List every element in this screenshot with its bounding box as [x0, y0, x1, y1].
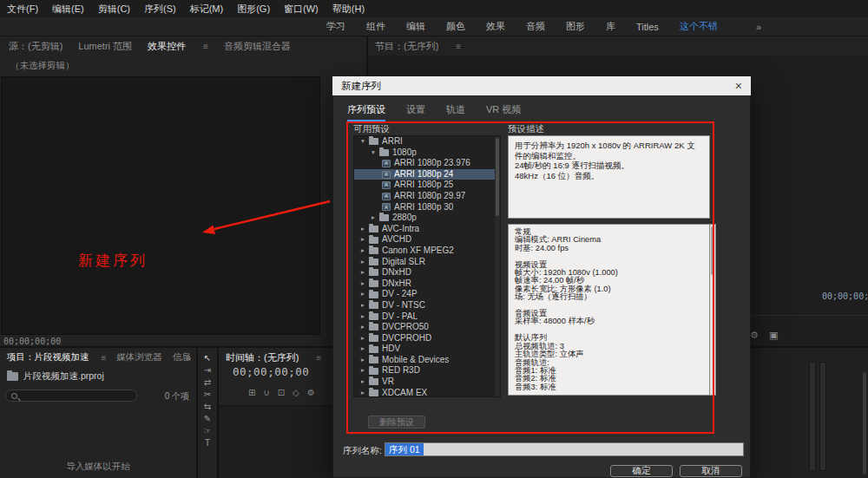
preset-folder[interactable]: VR	[354, 377, 500, 388]
pen-tool-icon[interactable]: ✎	[204, 414, 211, 423]
ok-button[interactable]: 确定	[610, 465, 673, 477]
preset-item[interactable]: ARRI 1080p 29.97	[354, 191, 500, 202]
preset-folder[interactable]: XDCAM EX	[354, 388, 500, 397]
preset-folder[interactable]: DV - PAL	[354, 311, 500, 323]
menu-sequence[interactable]: 序列(S)	[144, 3, 176, 16]
track-select-tool-icon[interactable]: ⇥	[204, 365, 211, 375]
preset-folder[interactable]: DV - NTSC	[354, 300, 500, 311]
preset-folder[interactable]: Canon XF MPEG2	[354, 246, 500, 257]
tab-audio-clip-mixer[interactable]: 音频剪辑混合器	[224, 40, 291, 53]
preset-details-scrollbar[interactable]	[710, 224, 716, 396]
menu-edit[interactable]: 编辑(E)	[52, 3, 84, 16]
preset-folder[interactable]: DNxHD	[354, 267, 500, 278]
menu-window[interactable]: 窗口(W)	[284, 3, 319, 16]
selection-tool-icon[interactable]: ↖	[204, 353, 211, 363]
chevron-right-icon[interactable]	[358, 224, 367, 235]
preset-folder[interactable]: Mobile & Devices	[354, 355, 500, 366]
tab-tracks[interactable]: 轨道	[446, 103, 465, 121]
chevron-right-icon[interactable]	[358, 278, 367, 290]
workspace-tab-libraries[interactable]: 库	[606, 20, 615, 33]
project-file-row[interactable]: 片段视频加速.prproj	[7, 370, 104, 383]
chevron-right-icon[interactable]	[358, 311, 367, 323]
workspace-tab-editing[interactable]: 编辑	[406, 20, 425, 33]
preset-folder[interactable]: 1080p	[354, 147, 500, 159]
preset-folder[interactable]: AVC-Intra	[354, 224, 500, 235]
nest-icon[interactable]: ⊞	[248, 388, 255, 397]
export-frame-icon[interactable]: ▣	[769, 330, 778, 341]
menu-file[interactable]: 文件(F)	[7, 3, 38, 16]
tab-vr-video[interactable]: VR 视频	[486, 103, 521, 121]
menu-marker[interactable]: 标记(M)	[190, 3, 224, 16]
chevron-down-icon[interactable]	[358, 136, 367, 147]
slip-tool-icon[interactable]: ⇆	[204, 402, 211, 411]
search-input[interactable]	[5, 390, 137, 402]
ripple-edit-tool-icon[interactable]: ⇄	[204, 377, 211, 387]
workspace-tab-effects[interactable]: 效果	[486, 20, 505, 33]
workspace-tab-titles[interactable]: Titles	[636, 22, 659, 32]
tab-media-browser[interactable]: 媒体浏览器	[116, 351, 162, 363]
timeline-scrollbar[interactable]	[863, 372, 866, 475]
workspace-tab-learn[interactable]: 学习	[326, 20, 345, 33]
settings-wrench-icon[interactable]: ⚙	[750, 330, 759, 341]
preset-folder[interactable]: DNxHR	[354, 278, 500, 290]
tab-effect-controls[interactable]: 效果控件	[148, 40, 186, 53]
panel-menu-icon[interactable]: ≡	[316, 353, 321, 363]
preset-folder[interactable]: ARRI	[354, 136, 500, 147]
tab-source-monitor[interactable]: 源：(无剪辑)	[9, 40, 62, 53]
chevron-right-icon[interactable]	[369, 213, 378, 224]
menu-graphics[interactable]: 图形(G)	[237, 3, 270, 16]
chevron-right-icon[interactable]	[358, 234, 367, 246]
preset-folder[interactable]: DVCPROHD	[354, 333, 500, 344]
panel-menu-icon[interactable]: ≡	[203, 42, 208, 51]
preset-folder[interactable]: 2880p	[354, 213, 500, 224]
preset-folder[interactable]: DV - 24P	[354, 289, 500, 300]
sequence-name-input[interactable]: 序列 01	[385, 442, 744, 456]
tab-timeline[interactable]: 时间轴：(无序列)	[226, 351, 299, 364]
panel-menu-icon[interactable]: ≡	[102, 353, 107, 363]
tab-sequence-presets[interactable]: 序列预设	[347, 103, 385, 121]
preset-item[interactable]: ARRI 1080p 25	[354, 180, 500, 191]
preset-folder[interactable]: HDV	[354, 344, 500, 355]
preset-folder[interactable]: Digital SLR	[354, 257, 500, 268]
tab-lumetri-scopes[interactable]: Lumetri 范围	[78, 40, 132, 53]
preset-item[interactable]: ARRI 1080p 30	[354, 202, 500, 213]
chevron-right-icon[interactable]	[358, 322, 367, 333]
add-marker-icon[interactable]: ◇	[293, 388, 299, 397]
snap-icon[interactable]: ∪	[263, 388, 269, 397]
dialog-titlebar[interactable]: 新建序列 ×	[332, 76, 751, 95]
delete-preset-button[interactable]: 删除预设	[368, 416, 425, 429]
preset-item-selected[interactable]: ARRI 1080p 24	[354, 169, 500, 180]
close-icon[interactable]: ×	[735, 80, 742, 92]
menu-help[interactable]: 帮助(H)	[332, 3, 365, 16]
panel-overflow-icon[interactable]: »	[186, 352, 191, 363]
hand-tool-icon[interactable]: ☞	[204, 426, 212, 435]
workspace-tab-custom[interactable]: 这个不错	[680, 20, 718, 33]
razor-tool-icon[interactable]: ✂	[204, 390, 211, 399]
linked-selection-icon[interactable]: ⊡	[278, 388, 285, 397]
tab-program-monitor[interactable]: 节目：(无序列)	[375, 40, 438, 53]
chevron-right-icon[interactable]	[358, 377, 367, 388]
chevron-right-icon[interactable]	[358, 289, 367, 300]
chevron-right-icon[interactable]	[358, 365, 367, 377]
chevron-right-icon[interactable]	[358, 257, 367, 268]
tab-project[interactable]: 项目：片段视频加速	[7, 351, 89, 363]
chevron-down-icon[interactable]	[369, 147, 378, 159]
preset-tree-scrollbar[interactable]	[495, 136, 500, 396]
workspace-tab-audio[interactable]: 音频	[526, 20, 545, 33]
chevron-right-icon[interactable]	[358, 344, 367, 355]
chevron-right-icon[interactable]	[358, 355, 367, 366]
chevron-right-icon[interactable]	[358, 388, 367, 397]
workspace-tab-graphics[interactable]: 图形	[566, 20, 585, 33]
cancel-button[interactable]: 取消	[680, 465, 742, 477]
preset-folder[interactable]: DVCPRO50	[354, 322, 500, 333]
workspace-tab-color[interactable]: 颜色	[446, 20, 465, 33]
type-tool-icon[interactable]: T	[205, 438, 210, 448]
timeline-settings-icon[interactable]: ⚙	[307, 388, 315, 397]
workspace-tab-assembly[interactable]: 组件	[366, 20, 385, 33]
chevron-right-icon[interactable]	[358, 300, 367, 311]
preset-folder[interactable]: RED R3D	[354, 365, 500, 377]
workspace-overflow-icon[interactable]: »	[756, 22, 761, 32]
panel-menu-icon[interactable]: ≡	[456, 42, 461, 51]
chevron-right-icon[interactable]	[358, 267, 367, 278]
chevron-right-icon[interactable]	[358, 333, 367, 344]
